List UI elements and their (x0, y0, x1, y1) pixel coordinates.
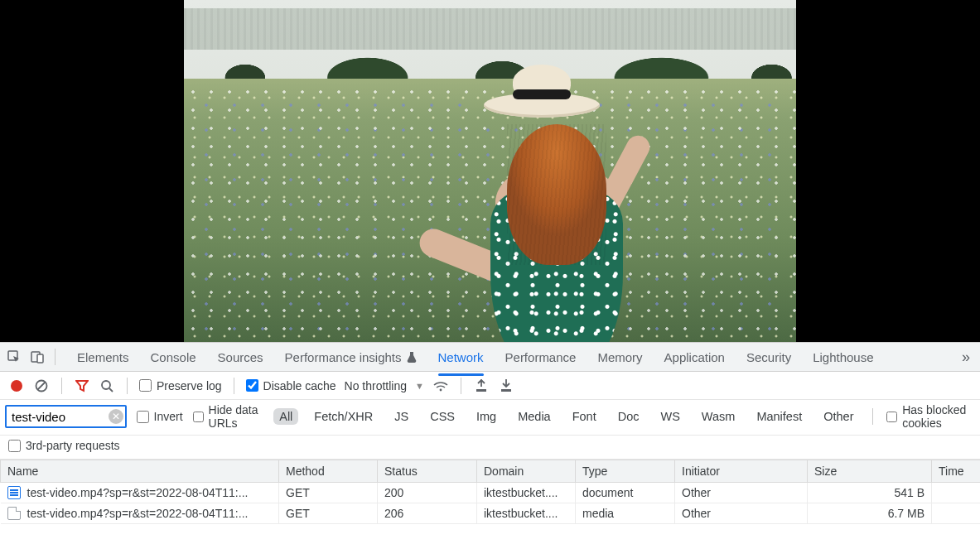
has-blocked-cookies-input[interactable] (886, 411, 897, 423)
tab-elements[interactable]: Elements (77, 345, 129, 369)
third-party-input[interactable] (8, 440, 21, 452)
inspect-element-icon[interactable] (5, 348, 23, 366)
filter-type-img[interactable]: Img (471, 408, 502, 425)
svg-point-7 (440, 388, 442, 391)
col-header-method[interactable]: Method (279, 460, 378, 483)
throttling-label: No throttling (345, 379, 407, 392)
clear-filter-icon[interactable]: ✕ (109, 409, 123, 424)
filter-type-js[interactable]: JS (389, 408, 414, 425)
hide-data-urls-label: Hide data URLs (209, 403, 264, 430)
invert-input[interactable] (137, 411, 149, 423)
preserve-log-input[interactable] (139, 379, 152, 392)
tab-console[interactable]: Console (151, 345, 196, 369)
preserve-log-label: Preserve log (157, 379, 222, 392)
throttling-select[interactable]: No throttling ▼ (345, 379, 424, 392)
filter-type-doc[interactable]: Doc (612, 408, 645, 425)
filter-type-other[interactable]: Other (818, 408, 859, 425)
devtools-tabstrip: Elements Console Sources Performance ins… (0, 342, 980, 372)
col-header-time[interactable]: Time (932, 460, 981, 483)
tab-lighthouse[interactable]: Lighthouse (813, 345, 873, 369)
cell-domain: iktestbucket.... (477, 483, 576, 503)
tab-network[interactable]: Network (438, 345, 484, 369)
cell-status: 200 (378, 483, 477, 503)
svg-point-5 (102, 381, 110, 389)
network-table: Name Method Status Domain Type Initiator… (0, 460, 980, 524)
tab-memory[interactable]: Memory (597, 345, 642, 369)
cell-initiator: Other (675, 483, 808, 503)
svg-rect-2 (37, 354, 43, 363)
cell-method: GET (279, 483, 378, 503)
col-header-domain[interactable]: Domain (477, 460, 576, 483)
cell-type: media (576, 503, 675, 524)
svg-rect-8 (476, 389, 486, 392)
filter-type-css[interactable]: CSS (424, 408, 461, 425)
cell-size: 541 B (808, 483, 932, 503)
col-header-name[interactable]: Name (1, 460, 279, 483)
third-party-label: 3rd-party requests (26, 439, 120, 452)
cell-initiator: Other (675, 503, 808, 524)
preserve-log-checkbox[interactable]: Preserve log (139, 379, 222, 392)
third-party-checkbox[interactable]: 3rd-party requests (8, 439, 972, 452)
table-row[interactable]: test-video.mp4?sp=r&st=2022-08-04T11:...… (1, 503, 981, 524)
tab-label: Performance insights (285, 350, 402, 364)
filter-toggle-icon[interactable] (74, 378, 90, 394)
import-har-icon[interactable] (473, 378, 490, 394)
disable-cache-input[interactable] (246, 379, 258, 392)
filter-type-all[interactable]: All (273, 408, 298, 425)
cell-name: test-video.mp4?sp=r&st=2022-08-04T11:... (1, 503, 279, 524)
invert-label: Invert (154, 410, 183, 423)
filter-type-media[interactable]: Media (512, 408, 557, 425)
filter-type-manifest[interactable]: Manifest (751, 408, 808, 425)
search-icon[interactable] (99, 378, 115, 394)
svg-line-6 (109, 388, 113, 392)
filter-type-wasm[interactable]: Wasm (696, 408, 741, 425)
cell-name: test-video.mp4?sp=r&st=2022-08-04T11:... (1, 483, 279, 503)
col-header-type[interactable]: Type (576, 460, 675, 483)
svg-rect-9 (501, 389, 511, 392)
network-filter-bar: ✕ Invert Hide data URLs All Fetch/XHR JS… (0, 400, 980, 436)
has-blocked-cookies-label: Has blocked cookies (902, 403, 975, 430)
cell-time (932, 483, 981, 503)
filter-type-font[interactable]: Font (567, 408, 602, 425)
tab-sources[interactable]: Sources (218, 345, 263, 369)
third-party-row: 3rd-party requests (0, 436, 980, 460)
filter-type-ws[interactable]: WS (655, 408, 686, 425)
tab-application[interactable]: Application (664, 345, 725, 369)
cell-status: 206 (378, 503, 477, 524)
cell-method: GET (279, 503, 378, 524)
chevron-down-icon: ▼ (415, 381, 424, 391)
has-blocked-cookies-checkbox[interactable]: Has blocked cookies (886, 403, 975, 430)
tab-performance-insights[interactable]: Performance insights (285, 345, 417, 369)
col-header-status[interactable]: Status (378, 460, 477, 483)
cell-domain: iktestbucket.... (477, 503, 576, 524)
file-icon (7, 507, 21, 520)
network-toolbar: Preserve log Disable cache No throttling… (0, 372, 980, 400)
table-header-row: Name Method Status Domain Type Initiator… (1, 460, 981, 483)
col-header-initiator[interactable]: Initiator (675, 460, 808, 483)
filter-type-fetchxhr[interactable]: Fetch/XHR (308, 408, 379, 425)
document-icon (7, 486, 21, 499)
cell-size: 6.7 MB (808, 503, 932, 524)
hide-data-urls-input[interactable] (193, 411, 204, 423)
cell-time (932, 503, 981, 524)
table-row[interactable]: test-video.mp4?sp=r&st=2022-08-04T11:...… (1, 483, 981, 503)
device-toggle-icon[interactable] (28, 348, 46, 366)
tab-performance[interactable]: Performance (505, 345, 577, 369)
tab-security[interactable]: Security (746, 345, 791, 369)
clear-button[interactable] (33, 378, 50, 394)
hide-data-urls-checkbox[interactable]: Hide data URLs (193, 403, 264, 430)
record-button[interactable] (8, 378, 25, 394)
export-har-icon[interactable] (498, 378, 514, 394)
invert-checkbox[interactable]: Invert (137, 410, 183, 423)
network-conditions-icon[interactable] (432, 378, 449, 394)
disable-cache-checkbox[interactable]: Disable cache (246, 379, 336, 392)
video-viewport (0, 0, 980, 342)
cell-type: document (576, 483, 675, 503)
disable-cache-label: Disable cache (263, 379, 336, 392)
tabs-overflow-icon[interactable]: » (957, 349, 975, 366)
filter-input-wrap: ✕ (5, 405, 127, 428)
beaker-icon (407, 351, 417, 363)
svg-line-4 (38, 382, 46, 389)
col-header-size[interactable]: Size (808, 460, 932, 483)
video-frame (184, 0, 796, 342)
